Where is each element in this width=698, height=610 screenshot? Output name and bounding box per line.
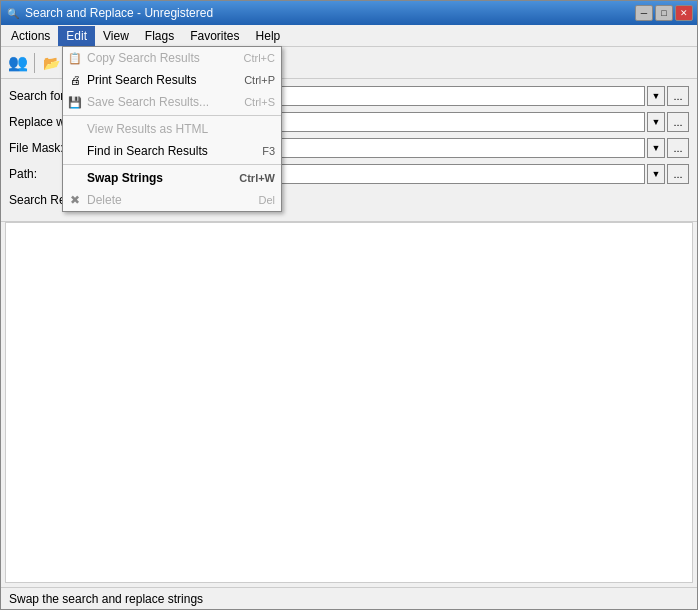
replace-ellipsis[interactable]: ... xyxy=(667,112,689,132)
menu-favorites[interactable]: Favorites xyxy=(182,26,247,46)
menu-delete[interactable]: ✖ Delete Del xyxy=(63,189,281,211)
delete-label: Delete xyxy=(87,193,122,207)
search-dropdown[interactable]: ▼ xyxy=(647,86,665,106)
save-results-label: Save Search Results... xyxy=(87,95,209,109)
find-results-label: Find in Search Results xyxy=(87,144,208,158)
menu-copy-results[interactable]: 📋 Copy Search Results Ctrl+C xyxy=(63,47,281,69)
save-icon: 💾 xyxy=(67,94,83,110)
title-bar-buttons: ─ □ ✕ xyxy=(635,5,693,21)
print-results-shortcut: Ctrl+P xyxy=(224,74,275,86)
swap-icon xyxy=(67,170,83,186)
copy-icon: 📋 xyxy=(67,50,83,66)
toolbar-sep-1 xyxy=(34,53,35,73)
menu-edit[interactable]: Edit xyxy=(58,26,95,46)
menu-flags[interactable]: Flags xyxy=(137,26,182,46)
close-button[interactable]: ✕ xyxy=(675,5,693,21)
find-results-shortcut: F3 xyxy=(242,145,275,157)
menu-swap-strings[interactable]: Swap Strings Ctrl+W xyxy=(63,167,281,189)
print-icon: 🖨 xyxy=(67,72,83,88)
restore-button[interactable]: □ xyxy=(655,5,673,21)
save-results-shortcut: Ctrl+S xyxy=(224,96,275,108)
toolbar-open[interactable]: 📂 xyxy=(38,51,64,75)
menu-bar: Actions Edit View Flags Favorites Help xyxy=(1,25,697,47)
swap-strings-label: Swap Strings xyxy=(87,171,163,185)
copy-results-shortcut: Ctrl+C xyxy=(224,52,275,64)
print-results-label: Print Search Results xyxy=(87,73,196,87)
results-area xyxy=(5,222,693,583)
title-bar-left: 🔍 Search and Replace - Unregistered xyxy=(5,5,213,21)
menu-print-results[interactable]: 🖨 Print Search Results Ctrl+P xyxy=(63,69,281,91)
html-icon xyxy=(67,121,83,137)
status-text: Swap the search and replace strings xyxy=(9,592,203,606)
path-dropdown[interactable]: ▼ xyxy=(647,164,665,184)
window-title: Search and Replace - Unregistered xyxy=(25,6,213,20)
find-icon xyxy=(67,143,83,159)
copy-results-label: Copy Search Results xyxy=(87,51,200,65)
toolbar-search-people[interactable]: 👥 xyxy=(5,51,31,75)
search-ellipsis[interactable]: ... xyxy=(667,86,689,106)
delete-shortcut: Del xyxy=(238,194,275,206)
app-icon: 🔍 xyxy=(5,5,21,21)
menu-actions[interactable]: Actions xyxy=(3,26,58,46)
menu-view-html[interactable]: View Results as HTML xyxy=(63,118,281,140)
menu-find-in-results[interactable]: Find in Search Results F3 xyxy=(63,140,281,162)
minimize-button[interactable]: ─ xyxy=(635,5,653,21)
menu-help[interactable]: Help xyxy=(248,26,289,46)
filemask-ellipsis[interactable]: ... xyxy=(667,138,689,158)
delete-icon: ✖ xyxy=(67,192,83,208)
menu-save-results[interactable]: 💾 Save Search Results... Ctrl+S xyxy=(63,91,281,113)
menu-view[interactable]: View xyxy=(95,26,137,46)
path-ellipsis[interactable]: ... xyxy=(667,164,689,184)
menu-sep-2 xyxy=(63,164,281,165)
status-bar: Swap the search and replace strings xyxy=(1,587,697,609)
swap-strings-shortcut: Ctrl+W xyxy=(219,172,275,184)
filemask-dropdown[interactable]: ▼ xyxy=(647,138,665,158)
view-html-label: View Results as HTML xyxy=(87,122,208,136)
title-bar: 🔍 Search and Replace - Unregistered ─ □ … xyxy=(1,1,697,25)
menu-sep-1 xyxy=(63,115,281,116)
edit-dropdown-menu: 📋 Copy Search Results Ctrl+C 🖨 Print Sea… xyxy=(62,46,282,212)
replace-dropdown[interactable]: ▼ xyxy=(647,112,665,132)
